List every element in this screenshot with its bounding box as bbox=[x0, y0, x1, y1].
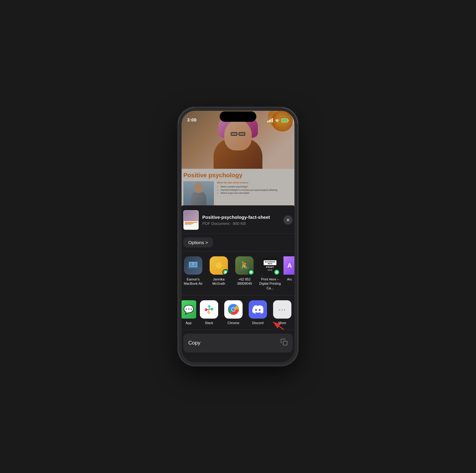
app-icon-discord bbox=[249, 300, 267, 319]
file-thumbnail bbox=[183, 210, 199, 230]
app-icon-slack bbox=[200, 300, 218, 319]
contact-avatar-print: BLACKWOODIDEAS PRINT HERE bbox=[261, 256, 279, 275]
file-name: Positive-psychology-fact-sheet bbox=[202, 214, 280, 220]
contact-avatar-arc: A bbox=[283, 256, 296, 275]
contact-jannika[interactable]: Jannika McGrath bbox=[207, 256, 231, 290]
share-panel: Positive-psychology-fact-sheet PDF Docum… bbox=[179, 205, 298, 365]
contact-avatar-jannika bbox=[210, 256, 228, 275]
copy-row[interactable]: Copy bbox=[183, 334, 293, 352]
chrome-icon bbox=[226, 302, 240, 316]
contact-name-phone: +62 852 38009049 bbox=[232, 277, 257, 286]
contact-phone[interactable]: 🚴 +62 852 38009049 bbox=[232, 256, 257, 290]
app-icon-messages: 💬 bbox=[181, 300, 196, 319]
status-time: 3:00 bbox=[187, 117, 197, 122]
svg-point-10 bbox=[216, 262, 222, 269]
options-label: Options > bbox=[188, 240, 208, 245]
svg-line-18 bbox=[222, 262, 222, 263]
slack-icon bbox=[204, 304, 215, 315]
app-name-discord: Discord bbox=[252, 321, 263, 325]
whatsapp-badge-print bbox=[274, 269, 280, 275]
status-bar: 3:00 bbox=[179, 108, 298, 124]
contact-macbook[interactable]: Eamon's MacBook Air bbox=[181, 256, 205, 290]
wifi-icon bbox=[275, 118, 279, 122]
contact-avatar-macbook bbox=[184, 256, 202, 275]
app-icon-more: ··· bbox=[273, 300, 291, 319]
svg-point-9 bbox=[192, 263, 194, 265]
app-name-slack: Slack bbox=[205, 321, 213, 325]
phone-wrapper: 3:00 bbox=[179, 108, 298, 365]
app-item-chrome[interactable]: Chrome bbox=[222, 300, 245, 325]
signal-icon bbox=[267, 118, 273, 122]
app-icon-chrome bbox=[224, 300, 243, 319]
svg-line-15 bbox=[215, 262, 216, 263]
contact-print[interactable]: BLACKWOODIDEAS PRINT HERE Print Here – D… bbox=[258, 256, 282, 290]
copy-icon bbox=[280, 338, 288, 348]
more-dots-icon: ··· bbox=[279, 305, 286, 314]
contact-name-print: Print Here – Digital Printing Ca... bbox=[258, 277, 282, 290]
file-info: Positive-psychology-fact-sheet PDF Docum… bbox=[202, 214, 280, 226]
contact-avatar-phone: 🚴 bbox=[235, 256, 254, 275]
discord-icon bbox=[252, 305, 263, 314]
app-item-messages[interactable]: 💬 App bbox=[181, 300, 196, 325]
svg-rect-7 bbox=[191, 268, 195, 269]
contact-name-arc: Arc bbox=[287, 277, 292, 281]
svg-rect-22 bbox=[283, 341, 287, 345]
file-header: Positive-psychology-fact-sheet PDF Docum… bbox=[179, 205, 298, 234]
app-item-slack[interactable]: Slack bbox=[197, 300, 221, 325]
app-name-messages: App bbox=[186, 321, 192, 325]
apps-row: 💬 App bbox=[179, 295, 298, 330]
app-name-more: More bbox=[278, 321, 286, 325]
contact-arc[interactable]: A Arc bbox=[283, 256, 296, 290]
app-item-more[interactable]: ··· More bbox=[271, 300, 294, 325]
contacts-row[interactable]: Eamon's MacBook Air bbox=[179, 251, 298, 295]
screen-content: Science.Compassion.Action. Positive psyc… bbox=[179, 108, 298, 365]
whatsapp-badge-phone bbox=[248, 269, 254, 275]
svg-point-0 bbox=[277, 121, 277, 122]
app-item-discord[interactable]: Discord bbox=[246, 300, 269, 325]
contact-name-macbook: Eamon's MacBook Air bbox=[181, 277, 205, 286]
svg-rect-2 bbox=[282, 119, 287, 121]
app-name-chrome: Chrome bbox=[227, 321, 239, 325]
options-row: Options > bbox=[179, 234, 298, 251]
status-icons bbox=[267, 118, 289, 122]
share-sheet[interactable]: Positive-psychology-fact-sheet PDF Docum… bbox=[179, 205, 298, 365]
battery-icon bbox=[281, 118, 289, 122]
whatsapp-badge-jannika bbox=[222, 269, 228, 275]
close-button[interactable]: ✕ bbox=[283, 215, 293, 225]
svg-rect-3 bbox=[288, 120, 289, 121]
macbook-svg-icon bbox=[187, 260, 200, 271]
copy-label: Copy bbox=[188, 340, 200, 346]
svg-line-17 bbox=[215, 268, 216, 269]
contact-name-jannika: Jannika McGrath bbox=[207, 277, 231, 286]
file-meta: PDF Document · 900 KB bbox=[202, 221, 280, 226]
svg-line-16 bbox=[222, 268, 222, 269]
options-button[interactable]: Options > bbox=[183, 237, 213, 247]
